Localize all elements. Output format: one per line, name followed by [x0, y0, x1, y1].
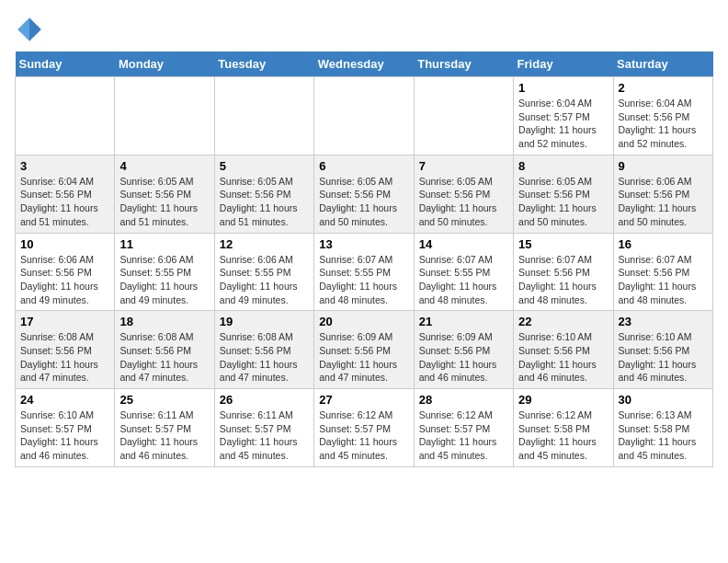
calendar-cell: 21Sunrise: 6:09 AM Sunset: 5:56 PM Dayli… — [414, 311, 513, 389]
day-info: Sunrise: 6:10 AM Sunset: 5:56 PM Dayligh… — [518, 330, 608, 385]
day-number: 10 — [20, 237, 109, 251]
day-number: 2 — [619, 81, 708, 95]
day-info: Sunrise: 6:04 AM Sunset: 5:57 PM Dayligh… — [518, 97, 608, 151]
calendar-cell: 5Sunrise: 6:05 AM Sunset: 5:56 PM Daylig… — [214, 155, 313, 233]
calendar-cell — [414, 77, 513, 155]
calendar-cell: 15Sunrise: 6:07 AM Sunset: 5:56 PM Dayli… — [514, 233, 613, 311]
calendar-cell: 26Sunrise: 6:11 AM Sunset: 5:57 PM Dayli… — [214, 389, 313, 467]
calendar-cell: 18Sunrise: 6:08 AM Sunset: 5:56 PM Dayli… — [115, 311, 214, 389]
weekday-header-tuesday: Tuesday — [214, 52, 313, 77]
weekday-header-row: SundayMondayTuesdayWednesdayThursdayFrid… — [16, 52, 713, 77]
svg-marker-1 — [17, 17, 29, 41]
day-info: Sunrise: 6:11 AM Sunset: 5:57 PM Dayligh… — [220, 408, 309, 463]
day-number: 20 — [319, 315, 408, 328]
day-info: Sunrise: 6:10 AM Sunset: 5:56 PM Dayligh… — [619, 330, 708, 385]
day-info: Sunrise: 6:08 AM Sunset: 5:56 PM Dayligh… — [220, 330, 309, 385]
day-number: 27 — [319, 393, 408, 407]
day-number: 7 — [419, 159, 508, 173]
day-info: Sunrise: 6:05 AM Sunset: 5:56 PM Dayligh… — [119, 175, 209, 229]
calendar-cell: 19Sunrise: 6:08 AM Sunset: 5:56 PM Dayli… — [214, 311, 313, 389]
day-info: Sunrise: 6:12 AM Sunset: 5:58 PM Dayligh… — [518, 408, 608, 463]
day-info: Sunrise: 6:08 AM Sunset: 5:56 PM Dayligh… — [119, 330, 209, 385]
calendar-cell — [16, 77, 115, 155]
calendar-cell: 29Sunrise: 6:12 AM Sunset: 5:58 PM Dayli… — [514, 389, 613, 467]
day-info: Sunrise: 6:07 AM Sunset: 5:55 PM Dayligh… — [319, 253, 408, 307]
day-info: Sunrise: 6:08 AM Sunset: 5:56 PM Dayligh… — [20, 330, 109, 385]
day-info: Sunrise: 6:09 AM Sunset: 5:56 PM Dayligh… — [319, 330, 408, 385]
day-number: 18 — [119, 315, 209, 328]
day-number: 5 — [220, 159, 309, 173]
svg-marker-0 — [29, 17, 41, 41]
calendar-cell: 27Sunrise: 6:12 AM Sunset: 5:57 PM Dayli… — [314, 389, 414, 467]
week-row-1: 1Sunrise: 6:04 AM Sunset: 5:57 PM Daylig… — [16, 77, 713, 155]
calendar-cell: 3Sunrise: 6:04 AM Sunset: 5:56 PM Daylig… — [16, 155, 115, 233]
day-info: Sunrise: 6:04 AM Sunset: 5:56 PM Dayligh… — [20, 175, 109, 229]
week-row-5: 24Sunrise: 6:10 AM Sunset: 5:57 PM Dayli… — [16, 389, 713, 467]
calendar-cell — [214, 77, 313, 155]
day-info: Sunrise: 6:06 AM Sunset: 5:55 PM Dayligh… — [119, 253, 209, 307]
day-number: 29 — [518, 393, 608, 407]
day-number: 8 — [518, 159, 608, 173]
day-info: Sunrise: 6:06 AM Sunset: 5:55 PM Dayligh… — [220, 253, 309, 307]
week-row-4: 17Sunrise: 6:08 AM Sunset: 5:56 PM Dayli… — [16, 311, 713, 389]
page-header — [15, 15, 713, 44]
day-number: 14 — [419, 237, 508, 251]
weekday-header-monday: Monday — [115, 52, 214, 77]
logo — [15, 15, 48, 44]
day-number: 13 — [319, 237, 408, 251]
weekday-header-saturday: Saturday — [613, 52, 712, 77]
calendar-cell: 17Sunrise: 6:08 AM Sunset: 5:56 PM Dayli… — [16, 311, 115, 389]
calendar-cell: 8Sunrise: 6:05 AM Sunset: 5:56 PM Daylig… — [514, 155, 613, 233]
calendar-table: SundayMondayTuesdayWednesdayThursdayFrid… — [15, 52, 713, 467]
day-info: Sunrise: 6:13 AM Sunset: 5:58 PM Dayligh… — [619, 408, 708, 463]
day-number: 6 — [319, 159, 408, 173]
day-number: 15 — [518, 237, 608, 251]
calendar-cell: 2Sunrise: 6:04 AM Sunset: 5:56 PM Daylig… — [613, 77, 712, 155]
day-info: Sunrise: 6:07 AM Sunset: 5:56 PM Dayligh… — [619, 253, 708, 307]
day-number: 9 — [619, 159, 708, 173]
calendar-cell: 22Sunrise: 6:10 AM Sunset: 5:56 PM Dayli… — [514, 311, 613, 389]
day-number: 1 — [518, 81, 608, 95]
calendar-cell: 30Sunrise: 6:13 AM Sunset: 5:58 PM Dayli… — [613, 389, 712, 467]
weekday-header-friday: Friday — [514, 52, 613, 77]
day-number: 12 — [220, 237, 309, 251]
calendar-cell: 4Sunrise: 6:05 AM Sunset: 5:56 PM Daylig… — [115, 155, 214, 233]
day-number: 30 — [619, 393, 708, 407]
day-number: 26 — [220, 393, 309, 407]
day-number: 16 — [619, 237, 708, 251]
day-info: Sunrise: 6:07 AM Sunset: 5:55 PM Dayligh… — [419, 253, 508, 307]
day-number: 21 — [419, 315, 508, 328]
day-number: 24 — [20, 393, 109, 407]
day-info: Sunrise: 6:05 AM Sunset: 5:56 PM Dayligh… — [319, 175, 408, 229]
day-number: 11 — [119, 237, 209, 251]
calendar-cell: 23Sunrise: 6:10 AM Sunset: 5:56 PM Dayli… — [613, 311, 712, 389]
week-row-3: 10Sunrise: 6:06 AM Sunset: 5:56 PM Dayli… — [16, 233, 713, 311]
day-number: 3 — [20, 159, 109, 173]
day-info: Sunrise: 6:05 AM Sunset: 5:56 PM Dayligh… — [419, 175, 508, 229]
calendar-cell: 10Sunrise: 6:06 AM Sunset: 5:56 PM Dayli… — [16, 233, 115, 311]
day-number: 4 — [119, 159, 209, 173]
calendar-cell: 6Sunrise: 6:05 AM Sunset: 5:56 PM Daylig… — [314, 155, 414, 233]
day-info: Sunrise: 6:11 AM Sunset: 5:57 PM Dayligh… — [119, 408, 209, 463]
calendar-cell: 16Sunrise: 6:07 AM Sunset: 5:56 PM Dayli… — [613, 233, 712, 311]
day-number: 25 — [119, 393, 209, 407]
calendar-cell: 24Sunrise: 6:10 AM Sunset: 5:57 PM Dayli… — [16, 389, 115, 467]
calendar-cell: 9Sunrise: 6:06 AM Sunset: 5:56 PM Daylig… — [613, 155, 712, 233]
calendar-cell: 13Sunrise: 6:07 AM Sunset: 5:55 PM Dayli… — [314, 233, 414, 311]
day-number: 23 — [619, 315, 708, 328]
day-info: Sunrise: 6:07 AM Sunset: 5:56 PM Dayligh… — [518, 253, 608, 307]
weekday-header-wednesday: Wednesday — [314, 52, 414, 77]
calendar-cell: 20Sunrise: 6:09 AM Sunset: 5:56 PM Dayli… — [314, 311, 414, 389]
calendar-cell: 12Sunrise: 6:06 AM Sunset: 5:55 PM Dayli… — [214, 233, 313, 311]
day-info: Sunrise: 6:05 AM Sunset: 5:56 PM Dayligh… — [220, 175, 309, 229]
day-number: 19 — [220, 315, 309, 328]
week-row-2: 3Sunrise: 6:04 AM Sunset: 5:56 PM Daylig… — [16, 155, 713, 233]
day-info: Sunrise: 6:12 AM Sunset: 5:57 PM Dayligh… — [319, 408, 408, 463]
calendar-cell: 1Sunrise: 6:04 AM Sunset: 5:57 PM Daylig… — [514, 77, 613, 155]
day-info: Sunrise: 6:06 AM Sunset: 5:56 PM Dayligh… — [619, 175, 708, 229]
calendar-cell: 25Sunrise: 6:11 AM Sunset: 5:57 PM Dayli… — [115, 389, 214, 467]
day-number: 22 — [518, 315, 608, 328]
calendar-cell: 11Sunrise: 6:06 AM Sunset: 5:55 PM Dayli… — [115, 233, 214, 311]
calendar-cell: 7Sunrise: 6:05 AM Sunset: 5:56 PM Daylig… — [414, 155, 513, 233]
day-number: 28 — [419, 393, 508, 407]
